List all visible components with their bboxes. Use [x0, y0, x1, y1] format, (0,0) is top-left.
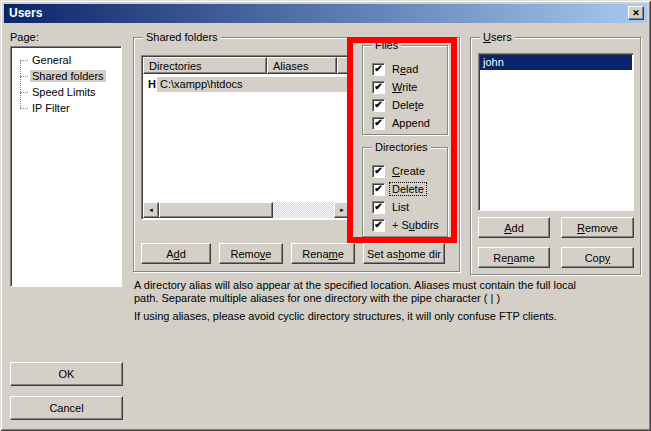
set-as-home-dir-button[interactable]: Set as home dir — [363, 243, 445, 264]
rename-user-button[interactable]: Rename — [478, 247, 550, 268]
list-item-user-john[interactable]: john — [480, 55, 632, 70]
listview-header: Directories Aliases — [143, 57, 350, 74]
window-title: Users — [9, 6, 42, 20]
users-dialog: Users ✕ Page: General Shared folders Spe… — [0, 0, 651, 431]
copy-user-button[interactable]: Copy — [561, 247, 634, 268]
users-listbox[interactable]: john — [478, 53, 634, 211]
tree-twig-icon — [20, 68, 28, 77]
sidebar-item-shared-folders[interactable]: Shared folders — [20, 68, 106, 84]
tree-twig-icon — [20, 100, 28, 109]
close-icon[interactable]: ✕ — [628, 6, 644, 20]
annotation-rectangle — [347, 37, 457, 243]
cancel-button[interactable]: Cancel — [10, 396, 123, 420]
scrollbar-thumb[interactable] — [159, 202, 273, 218]
directory-path: C:\xampp\htdocs — [160, 78, 243, 90]
horizontal-scrollbar[interactable]: ◄ ► — [143, 202, 350, 218]
help-text-line2: path. Separate multiple aliases for one … — [134, 292, 500, 304]
directories-listview[interactable]: Directories Aliases H C:\xampp\htdocs ◄ … — [141, 55, 352, 220]
page-label: Page: — [10, 31, 39, 43]
ok-button[interactable]: OK — [10, 362, 123, 386]
users-group-label: Users — [480, 31, 515, 43]
column-header-aliases[interactable]: Aliases — [267, 57, 337, 74]
sidebar-item-ip-filter[interactable]: IP Filter — [20, 100, 72, 116]
table-row-directory[interactable]: C:\xampp\htdocs — [157, 77, 349, 92]
tree-twig-icon — [20, 84, 28, 93]
remove-user-button[interactable]: Remove — [561, 217, 634, 238]
user-name: john — [483, 56, 504, 68]
add-directory-button[interactable]: Add — [141, 243, 211, 264]
sidebar-item-speed-limits[interactable]: Speed Limits — [20, 84, 98, 100]
sidebar-item-general[interactable]: General — [20, 52, 73, 68]
tree-twig-icon — [20, 52, 28, 61]
shared-folders-group-label: Shared folders — [143, 31, 221, 43]
column-header-directories[interactable]: Directories — [143, 57, 267, 74]
sidebar-item-label: General — [30, 54, 73, 66]
titlebar[interactable]: Users ✕ — [4, 4, 647, 23]
remove-directory-button[interactable]: Remove — [219, 243, 283, 264]
scroll-left-icon[interactable]: ◄ — [143, 202, 159, 218]
sidebar-item-label: Shared folders — [30, 70, 106, 82]
help-text-line1: A directory alias will also appear at th… — [134, 279, 576, 291]
rename-directory-button[interactable]: Rename — [291, 243, 355, 264]
sidebar-item-label: IP Filter — [30, 102, 72, 114]
help-text-line3: If using aliases, please avoid cyclic di… — [134, 310, 557, 322]
home-dir-marker: H — [148, 78, 156, 90]
page-tree[interactable]: General Shared folders Speed Limits IP F… — [10, 46, 122, 287]
add-user-button[interactable]: Add — [478, 217, 550, 238]
sidebar-item-label: Speed Limits — [30, 86, 98, 98]
